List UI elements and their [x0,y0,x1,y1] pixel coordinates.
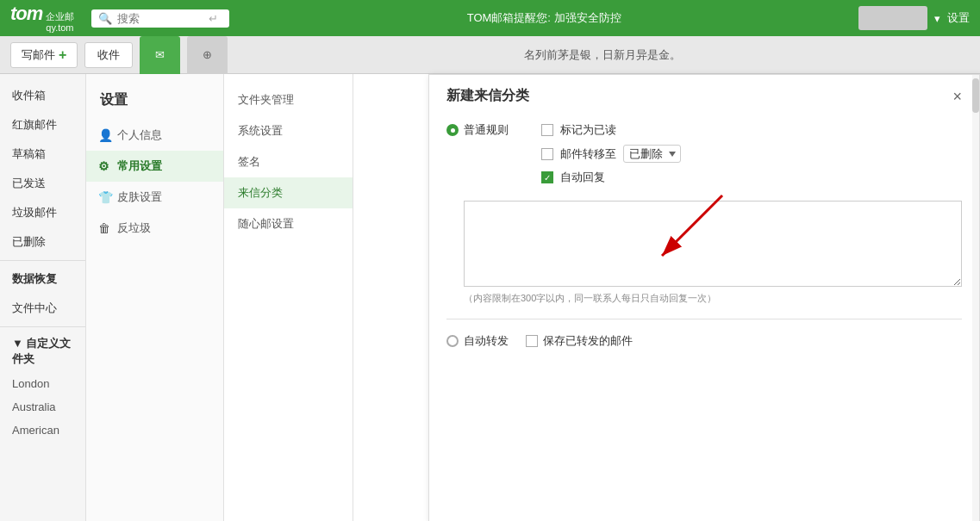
sidebar-item-drafts[interactable]: 草稿箱 [0,140,85,169]
tab-1[interactable]: ✉ [140,36,180,74]
header-right: ▾ 设置 [858,6,970,30]
sidebar-item-spam[interactable]: 垃圾邮件 [0,198,85,227]
toolbar: 写邮件 + 收件 ✉ ⊕ 名列前茅是银，日新月异是金。 [0,36,980,74]
compose-label: 写邮件 [22,47,55,63]
settings-middle-suixin[interactable]: 随心邮设置 [224,208,353,239]
settings-nav-general-label: 常用设置 [117,158,162,174]
settings-nav-antispam[interactable]: 🗑 反垃圾 [86,213,223,244]
compose-button[interactable]: 写邮件 + [10,42,78,68]
settings-nav-profile[interactable]: 👤 个人信息 [86,120,223,151]
search-enter-icon: ↵ [209,12,218,25]
settings-middle: 文件夹管理 系统设置 签名 来信分类 随心邮设置 [224,74,353,521]
sidebar-divider [0,260,85,261]
search-bar[interactable]: 🔍 ↵ [91,9,229,28]
sidebar-item-london[interactable]: London [0,372,85,395]
tab-2-icon: ⊕ [203,48,212,61]
profile-icon: 👤 [98,128,113,142]
marquee-text: 名列前茅是银，日新月异是金。 [234,47,970,63]
dialog-scrollbar[interactable] [972,75,979,521]
cb-autoreply-label: 自动回复 [560,170,605,185]
tab-2[interactable]: ⊕ [187,36,228,74]
cb-saveforward-icon[interactable] [526,335,538,347]
filter-dialog: 新建来信分类 × 普通规则 标记为已读 邮件转移至 [428,74,980,521]
cb-row-markread[interactable]: 标记为已读 [541,122,681,138]
sidebar-item-deleted[interactable]: 已删除 [0,227,85,257]
sidebar-item-inbox[interactable]: 收件箱 [0,81,85,110]
settings-nav-antispam-label: 反垃圾 [117,220,151,236]
dialog-header: 新建来信分类 × [429,75,979,114]
dialog-divider [446,319,962,319]
tab-icon: ✉ [155,48,165,61]
sidebar-item-flagged[interactable]: 红旗邮件 [0,110,85,140]
search-icon: 🔍 [98,12,112,25]
skin-icon: 👕 [98,190,113,204]
settings-nav-skin[interactable]: 👕 皮肤设置 [86,182,223,213]
settings-nav-general[interactable]: ⚙ 常用设置 [86,151,223,182]
settings-middle-signature[interactable]: 签名 [224,146,353,177]
logo-main: tom [10,3,42,25]
radio-normal-icon [446,124,459,136]
sidebar-item-files[interactable]: 文件中心 [0,294,85,323]
search-input[interactable] [117,12,203,25]
forward-label-text: 自动转发 [464,333,509,349]
autoreply-textarea[interactable] [464,201,962,287]
rule-type-row: 普通规则 标记为已读 邮件转移至 已删除 ✓ [446,122,962,185]
logo: tom 企业邮 qy.tom [10,3,74,34]
cb-markread-icon[interactable] [541,124,553,136]
user-avatar[interactable] [858,6,927,30]
sidebar-divider-2 [0,326,85,327]
logo-subtitle: 企业邮 qy.tom [46,11,74,34]
cb-row-moveto[interactable]: 邮件转移至 已删除 [541,145,681,163]
cb-moveto-icon[interactable] [541,148,553,160]
moveto-select[interactable]: 已删除 [623,145,681,163]
antispam-icon: 🗑 [98,221,110,235]
settings-left: 设置 👤 个人信息 ⚙ 常用设置 👕 皮肤设置 🗑 反垃圾 [86,74,224,521]
settings-nav-skin-label: 皮肤设置 [117,189,162,205]
cb-moveto-label: 邮件转移至 [560,146,616,162]
forward-section: 自动转发 保存已转发的邮件 [446,333,962,349]
custom-folder-header: ▼ 自定义文件夹 [0,331,85,372]
checkbox-options: 标记为已读 邮件转移至 已删除 ✓ 自动回复 [541,122,681,185]
inbox-button[interactable]: 收件 [84,42,133,68]
autoreply-area: （内容限制在300字以内，同一联系人每日只自动回复一次） [464,195,962,305]
cb-markread-label: 标记为已读 [560,122,616,138]
cb-autoreply-icon[interactable]: ✓ [541,171,553,183]
sidebar-item-australia[interactable]: Australia [0,395,85,419]
plus-icon: + [59,47,66,63]
forward-radio[interactable]: 自动转发 [446,333,509,349]
rule-radio-normal[interactable]: 普通规则 [446,122,524,138]
settings-link[interactable]: 设置 [947,10,970,26]
cb-row-autoreply[interactable]: ✓ 自动回复 [541,170,681,185]
textarea-hint: （内容限制在300字以内，同一联系人每日只自动回复一次） [464,292,962,305]
app-header: tom 企业邮 qy.tom 🔍 ↵ TOM邮箱提醒您: 加强安全防控 ▾ 设置 [0,0,980,36]
scrollbar-thumb [972,78,979,113]
settings-middle-filter[interactable]: 来信分类 [224,177,353,208]
header-notice: TOM邮箱提醒您: 加强安全防控 [238,10,850,26]
sidebar: 收件箱 红旗邮件 草稿箱 已发送 垃圾邮件 已删除 数据恢复 文件中心 ▼ 自定… [0,74,86,521]
sidebar-item-american[interactable]: American [0,419,85,442]
dialog-title: 新建来信分类 [446,87,529,105]
save-forward-label: 保存已转发的邮件 [543,333,633,349]
chevron-down-icon[interactable]: ▾ [934,12,940,25]
settings-middle-system[interactable]: 系统设置 [224,115,353,146]
sidebar-item-sent[interactable]: 已发送 [0,169,85,198]
dialog-body: 普通规则 标记为已读 邮件转移至 已删除 ✓ [429,114,979,366]
rule-normal-label: 普通规则 [464,122,509,138]
settings-middle-folders[interactable]: 文件夹管理 [224,84,353,115]
settings-title: 设置 [86,84,223,120]
dialog-close-button[interactable]: × [952,89,962,104]
radio-forward-icon[interactable] [446,335,459,347]
inbox-label: 收件 [97,48,120,61]
settings-nav-profile-label: 个人信息 [117,127,162,143]
gear-icon: ⚙ [98,159,109,173]
sidebar-item-recovery[interactable]: 数据恢复 [0,264,85,294]
save-forward-checkbox[interactable]: 保存已转发的邮件 [526,333,633,349]
